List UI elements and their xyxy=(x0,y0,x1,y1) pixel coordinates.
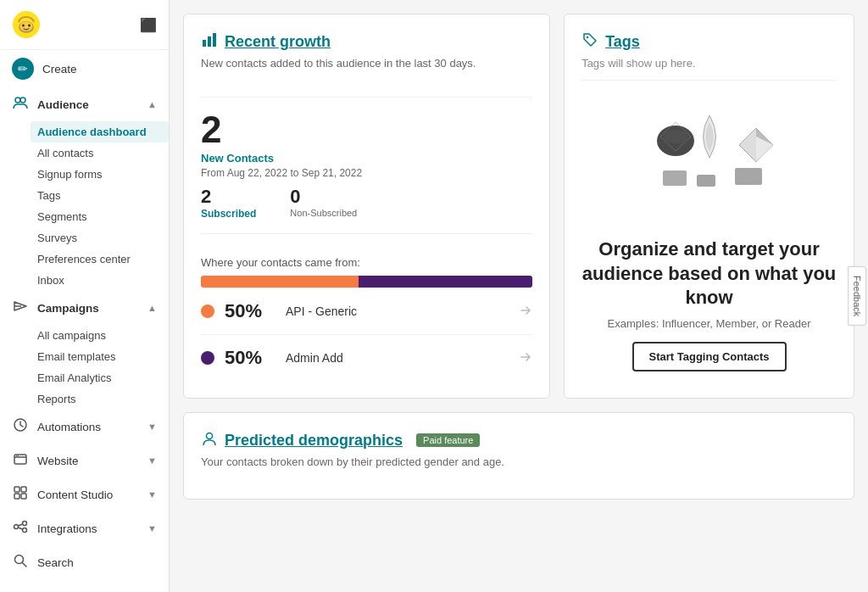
gems-illustration xyxy=(625,90,794,226)
mailchimp-logo xyxy=(12,10,41,39)
content-studio-icon xyxy=(12,485,29,504)
sidebar-item-content-studio[interactable]: Content Studio ▼ xyxy=(0,478,169,511)
sidebar-item-email-analytics[interactable]: Email Analytics xyxy=(37,367,169,388)
predicted-demographics-header: Predicted demographics Paid feature xyxy=(201,430,837,450)
svg-rect-13 xyxy=(14,494,19,499)
sidebar-item-audience[interactable]: Audience ▲ xyxy=(0,87,169,121)
source-pct-1: 50% xyxy=(225,347,275,369)
svg-rect-23 xyxy=(208,36,211,47)
source-name-0: API - Generic xyxy=(286,304,509,318)
non-subscribed-stat: 0 Non-Subscribed xyxy=(290,186,357,220)
sidebar-item-signup-forms[interactable]: Signup forms xyxy=(37,164,169,185)
source-dot-orange xyxy=(201,304,214,318)
sidebar-item-email-templates[interactable]: Email templates xyxy=(37,346,169,367)
search-icon xyxy=(12,553,29,572)
audience-icon xyxy=(12,95,29,114)
svg-point-17 xyxy=(23,528,27,533)
sidebar-toggle-icon[interactable]: ⬛ xyxy=(140,17,157,33)
sidebar-item-surveys[interactable]: Surveys xyxy=(37,227,169,249)
svg-point-9 xyxy=(16,455,17,456)
sidebar-label-content-studio: Content Studio xyxy=(37,489,139,501)
top-cards-row: Recent growth New contacts added to this… xyxy=(183,14,854,399)
campaigns-icon xyxy=(12,299,29,317)
source-dot-purple xyxy=(201,351,214,365)
create-icon: ✏ xyxy=(12,58,34,80)
svg-line-21 xyxy=(23,563,27,567)
tags-card: Tags Tags will show up here. xyxy=(564,14,854,399)
recent-growth-title[interactable]: Recent growth xyxy=(225,33,331,51)
automations-icon xyxy=(12,417,29,436)
content-studio-chevron-icon: ▼ xyxy=(147,489,157,500)
new-contacts-label: New Contacts xyxy=(201,152,532,165)
svg-rect-34 xyxy=(735,168,762,185)
svg-point-3 xyxy=(22,25,25,27)
new-contacts-count: 2 xyxy=(201,111,532,148)
sidebar-item-automations[interactable]: Automations ▼ xyxy=(0,410,169,444)
sidebar-item-inbox[interactable]: Inbox xyxy=(37,270,169,291)
sidebar-item-audience-dashboard[interactable]: Audience dashboard xyxy=(31,121,169,142)
sidebar-item-all-contacts[interactable]: All contacts xyxy=(37,142,169,164)
sidebar-item-reports[interactable]: Reports xyxy=(37,388,169,410)
website-icon xyxy=(12,451,29,470)
sidebar-label-search: Search xyxy=(37,556,157,569)
promo-sub: Examples: Influencer, Member, or Reader xyxy=(608,317,811,330)
non-subscribed-count: 0 xyxy=(290,186,300,208)
sidebar: ⬛ ✏ Create Audience ▲ Audience dashboard… xyxy=(0,0,170,592)
source-arrow-icon-0[interactable] xyxy=(519,304,532,320)
svg-point-15 xyxy=(14,525,19,529)
source-bar xyxy=(201,276,532,288)
svg-rect-32 xyxy=(663,170,687,186)
svg-point-10 xyxy=(18,455,19,456)
sidebar-item-integrations[interactable]: Integrations ▼ xyxy=(0,511,169,545)
feedback-tab[interactable]: Feedback xyxy=(848,266,866,326)
tags-promo-section: Organize and target your audience based … xyxy=(581,81,837,381)
sidebar-label-automations: Automations xyxy=(37,421,139,433)
sidebar-item-campaigns[interactable]: Campaigns ▲ xyxy=(0,291,169,325)
sidebar-item-all-campaigns[interactable]: All campaigns xyxy=(37,325,169,346)
website-chevron-icon: ▼ xyxy=(147,455,157,466)
gems-svg xyxy=(625,90,794,226)
integrations-chevron-icon: ▼ xyxy=(147,523,157,533)
predicted-demographics-card: Predicted demographics Paid feature Your… xyxy=(183,412,854,500)
start-tagging-button[interactable]: Start Tagging Contacts xyxy=(632,342,787,371)
svg-point-4 xyxy=(28,25,31,27)
source-section: Where your contacts came from: xyxy=(201,256,532,288)
integrations-icon xyxy=(12,519,29,538)
svg-rect-11 xyxy=(14,487,19,492)
campaigns-subnav: All campaigns Email templates Email Anal… xyxy=(0,325,169,410)
sidebar-item-website[interactable]: Website ▼ xyxy=(0,444,169,478)
source-name-1: Admin Add xyxy=(286,351,509,365)
audience-subnav: Audience dashboard All contacts Signup f… xyxy=(0,121,169,291)
svg-point-25 xyxy=(587,36,588,38)
recent-growth-header: Recent growth xyxy=(201,31,532,52)
date-range: From Aug 22, 2022 to Sep 21, 2022 xyxy=(201,167,532,179)
svg-point-6 xyxy=(20,98,25,103)
sidebar-item-preferences-center[interactable]: Preferences center xyxy=(37,249,169,270)
predicted-demographics-title[interactable]: Predicted demographics xyxy=(225,432,403,450)
automations-chevron-icon: ▼ xyxy=(147,422,157,432)
source-arrow-icon-1[interactable] xyxy=(519,350,532,366)
sidebar-item-segments[interactable]: Segments xyxy=(37,206,169,227)
source-bar-orange xyxy=(201,276,359,288)
svg-point-27 xyxy=(664,130,687,143)
source-item-1: 50% Admin Add xyxy=(201,334,532,381)
promo-title: Organize and target your audience based … xyxy=(581,237,837,310)
svg-point-16 xyxy=(23,522,27,526)
tags-subtitle: Tags will show up here. xyxy=(581,57,837,70)
recent-growth-card: Recent growth New contacts added to this… xyxy=(183,14,550,399)
sidebar-item-create[interactable]: ✏ Create xyxy=(0,50,169,87)
campaigns-chevron-icon: ▲ xyxy=(147,303,157,313)
svg-line-19 xyxy=(19,528,23,529)
source-item-0: 50% API - Generic xyxy=(201,288,532,334)
svg-rect-24 xyxy=(213,33,216,47)
sidebar-item-tags[interactable]: Tags xyxy=(37,185,169,206)
svg-point-5 xyxy=(15,98,20,103)
bar-chart-icon xyxy=(201,31,218,52)
tags-section: Tags Tags will show up here. xyxy=(581,31,837,81)
svg-rect-33 xyxy=(697,175,715,187)
sidebar-item-search[interactable]: Search xyxy=(0,545,169,579)
audience-chevron-icon: ▲ xyxy=(147,99,157,109)
sources-label: Where your contacts came from: xyxy=(201,256,532,269)
tags-title[interactable]: Tags xyxy=(605,33,640,51)
main-content: Recent growth New contacts added to this… xyxy=(170,0,868,592)
